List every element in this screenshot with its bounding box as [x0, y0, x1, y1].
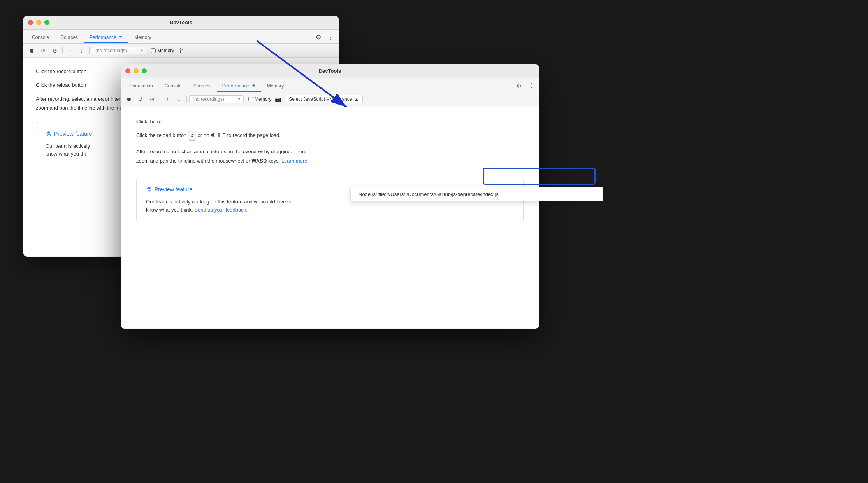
- select-vm-button[interactable]: Select JavaScript VM instance ▲: [285, 95, 363, 103]
- memory-label-front: Memory: [255, 96, 271, 102]
- tab-performance-back[interactable]: Performance ⚗: [84, 32, 128, 43]
- reload-kbd-front: ↺: [188, 131, 196, 141]
- titlebar-back: DevTools: [23, 16, 339, 30]
- window-front-inner: DevTools Connection Console Sources Perf…: [121, 64, 539, 329]
- reload-button-back[interactable]: ↺: [38, 46, 48, 56]
- memory-check-input-back[interactable]: [151, 48, 156, 53]
- line1-text-back: Click the record button: [36, 68, 86, 74]
- tabbar-right-front: ⚙ ⋮: [514, 81, 536, 92]
- dropdown-arrow-back: ▾: [141, 48, 143, 52]
- upload-button-front[interactable]: ↑: [162, 94, 172, 104]
- tab-console-back[interactable]: Console: [26, 32, 54, 43]
- tabbar-front: Connection Console Sources Performance ⚗…: [121, 78, 539, 92]
- line3a-text-front: After recording, select an area of inter…: [136, 149, 306, 154]
- upload-button-back[interactable]: ↑: [65, 46, 75, 56]
- flask-icon-front: ⚗: [251, 84, 255, 89]
- reload-kbd-text: ↺: [190, 132, 194, 140]
- content-line2-front: Click the reload button ↺ or hit ⌘ ⇧ E t…: [136, 131, 524, 141]
- content-line1-front: Click the re: [136, 117, 524, 126]
- settings-icon-front[interactable]: ⚙: [514, 81, 524, 90]
- capture-icon-front[interactable]: 📷: [273, 94, 283, 104]
- devtools-window-front: DevTools Connection Console Sources Perf…: [121, 64, 539, 329]
- toolbar-back: ⏺ ↺ ⊘ ↑ ↓ (no recordings) ▾ Memory 🗑: [23, 44, 339, 58]
- download-button-front[interactable]: ↓: [174, 94, 184, 104]
- tab-memory-front[interactable]: Memory: [262, 81, 289, 92]
- more-icon-back[interactable]: ⋮: [326, 32, 336, 42]
- content-area-front: Click the re Click the reload button ↺ o…: [121, 106, 539, 328]
- memory-checkbox-front[interactable]: Memory: [248, 96, 271, 102]
- separator2-front: [186, 96, 187, 103]
- minimize-button-back[interactable]: [36, 20, 41, 25]
- line3d-text-front: keys.: [268, 158, 281, 164]
- recordings-dropdown-front[interactable]: (no recordings) ▾: [189, 95, 244, 103]
- tab-sources-back[interactable]: Sources: [55, 32, 83, 43]
- close-button-front[interactable]: [125, 68, 130, 74]
- line3b-text-front: zoom and pan the timeline with the mouse…: [136, 158, 250, 164]
- trash-icon-back[interactable]: 🗑: [176, 46, 186, 56]
- line1-text-front: Click the re: [136, 119, 162, 124]
- memory-check-input-front[interactable]: [248, 97, 253, 102]
- feedback-link-front[interactable]: Send us your feedback.: [194, 207, 248, 213]
- preview-text1-back: Our team is actively: [46, 143, 90, 149]
- learn-more-link-front[interactable]: Learn more: [281, 158, 307, 164]
- memory-label-back: Memory: [157, 48, 174, 53]
- reload-button-front[interactable]: ↺: [135, 94, 146, 104]
- tab-console-front[interactable]: Console: [159, 81, 187, 92]
- preview-flask-icon-front: ⚗: [146, 186, 151, 193]
- dropdown-arrow-front: ▾: [238, 97, 240, 101]
- record-button-front[interactable]: ⏺: [124, 94, 134, 104]
- tab-performance-front[interactable]: Performance ⚗: [217, 81, 261, 92]
- memory-checkbox-back[interactable]: Memory: [151, 48, 174, 53]
- separator1-back: [62, 47, 63, 54]
- toolbar-front: ⏺ ↺ ⊘ ↑ ↓ (no recordings) ▾ Memory 📷 Sel…: [121, 92, 539, 106]
- preview-text-main-front: Our team is actively working on this fea…: [146, 199, 292, 205]
- tab-memory-back[interactable]: Memory: [129, 32, 156, 43]
- window-controls-back: [28, 20, 49, 25]
- preview-text-sub-front: know what you think.: [146, 207, 193, 213]
- preview-title-text-front: Preview feature: [155, 186, 192, 192]
- preview-title-text-back: Preview feature: [54, 131, 92, 137]
- record-button-back[interactable]: ⏺: [26, 46, 37, 56]
- window-title-front: DevTools: [319, 68, 341, 74]
- no-recordings-text-front: (no recordings): [193, 96, 224, 102]
- maximize-button-front[interactable]: [142, 68, 147, 74]
- window-title-back: DevTools: [170, 19, 192, 25]
- select-vm-arrow-icon: ▲: [354, 97, 358, 102]
- tabbar-right-back: ⚙ ⋮: [314, 32, 336, 43]
- more-icon-front[interactable]: ⋮: [527, 81, 536, 90]
- minimize-button-front[interactable]: [134, 68, 139, 74]
- flask-icon-back: ⚗: [119, 35, 123, 40]
- select-vm-text: Select JavaScript VM instance: [289, 96, 352, 102]
- line2-pre-front: Click the reload button: [136, 132, 186, 138]
- clear-button-front[interactable]: ⊘: [147, 94, 157, 104]
- line2-mid-front: or hit ⌘ ⇧ E to record the page load.: [198, 132, 281, 138]
- tab-connection-front[interactable]: Connection: [124, 81, 158, 92]
- line2-text-back: Click the reload button: [36, 82, 86, 88]
- preview-text2-back: know what you thi: [46, 151, 86, 157]
- window-controls-front: [125, 68, 147, 74]
- separator1-front: [160, 96, 160, 103]
- close-button-back[interactable]: [28, 20, 33, 25]
- clear-button-back[interactable]: ⊘: [50, 46, 60, 56]
- content-line3-front: After recording, select an area of inter…: [136, 147, 524, 165]
- tabbar-back: Console Sources Performance ⚗ Memory ⚙ ⋮: [23, 30, 339, 44]
- maximize-button-back[interactable]: [44, 20, 49, 25]
- download-button-back[interactable]: ↓: [77, 46, 87, 56]
- preview-flask-icon-back: ⚗: [46, 130, 51, 138]
- settings-icon-back[interactable]: ⚙: [314, 32, 323, 42]
- vm-dropdown-item[interactable]: Node.js: file:///Users/ /Documents/GitHu…: [351, 187, 539, 201]
- recordings-dropdown-back[interactable]: (no recordings) ▾: [92, 47, 146, 54]
- tab-sources-front[interactable]: Sources: [188, 81, 216, 92]
- vm-dropdown[interactable]: Node.js: file:///Users/ /Documents/GitHu…: [350, 187, 539, 201]
- titlebar-front: DevTools: [121, 64, 539, 78]
- no-recordings-text-back: (no recordings): [95, 48, 127, 53]
- wasd-text-front: WASD: [251, 158, 267, 164]
- separator2-back: [89, 47, 90, 54]
